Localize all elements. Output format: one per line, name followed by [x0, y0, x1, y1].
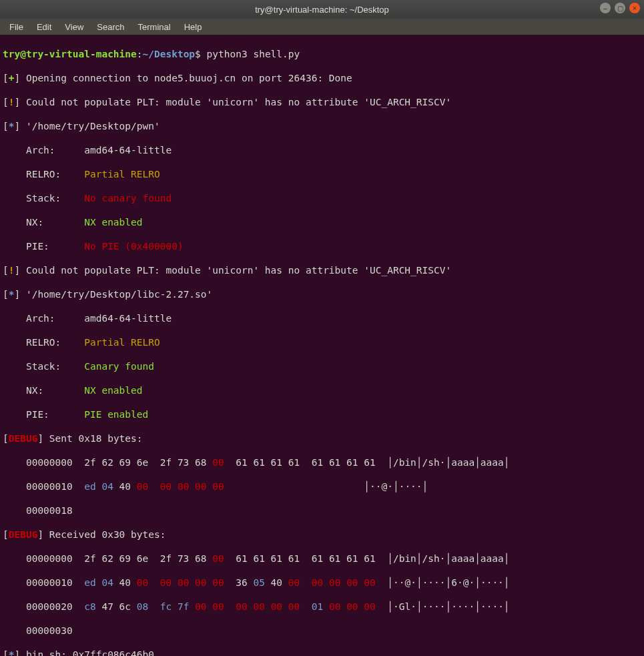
window-title: try@try-virtual-machine: ~/Desktop — [255, 5, 389, 15]
menu-help[interactable]: Help — [179, 21, 208, 33]
output-line: [*] '/home/try/Desktop/pwn' — [3, 120, 641, 132]
command-text: python3 shell.py — [207, 49, 300, 59]
maximize-icon[interactable]: ▢ — [615, 3, 625, 13]
hexdump-row: 00000030 — [3, 625, 641, 637]
output-line: [!] Could not populate PLT: module 'unic… — [3, 96, 641, 108]
hexdump-row: 00000020 c8 47 6c 08 fc 7f 00 00 00 00 0… — [3, 601, 641, 613]
prompt-line: try@try-virtual-machine:~/Desktop$ pytho… — [3, 48, 641, 60]
debug-line: [DEBUG] Received 0x30 bytes: — [3, 529, 641, 541]
prompt-user: try@try-virtual-machine — [3, 49, 137, 59]
checksec-pie: PIE: PIE enabled — [3, 408, 641, 420]
window-titlebar: try@try-virtual-machine: ~/Desktop – ▢ × — [0, 0, 644, 19]
checksec-relro: RELRO: Partial RELRO — [3, 168, 641, 180]
checksec-pie: PIE: No PIE (0x400000) — [3, 240, 641, 252]
prompt-path: ~/Desktop — [143, 49, 196, 59]
hexdump-row: 00000000 2f 62 69 6e 2f 73 68 00 61 61 6… — [3, 456, 641, 468]
checksec-nx: NX: NX enabled — [3, 384, 641, 396]
output-line: [*] '/home/try/Desktop/libc-2.27.so' — [3, 288, 641, 300]
menu-terminal[interactable]: Terminal — [133, 21, 176, 33]
checksec-nx: NX: NX enabled — [3, 216, 641, 228]
output-line: [!] Could not populate PLT: module 'unic… — [3, 264, 641, 276]
hexdump-row: 00000010 ed 04 40 00 00 00 00 00 36 05 4… — [3, 577, 641, 589]
menu-file[interactable]: File — [4, 21, 29, 33]
menubar: File Edit View Search Terminal Help — [0, 19, 644, 35]
terminal-body[interactable]: try@try-virtual-machine:~/Desktop$ pytho… — [0, 35, 644, 656]
checksec-arch: Arch: amd64-64-little — [3, 312, 641, 324]
checksec-stack: Stack: Canary found — [3, 360, 641, 372]
hexdump-row: 00000010 ed 04 40 00 00 00 00 00 │··@·│·… — [3, 480, 641, 493]
debug-line: [DEBUG] Sent 0x18 bytes: — [3, 432, 641, 444]
close-icon[interactable]: × — [629, 3, 640, 13]
menu-view[interactable]: View — [59, 21, 89, 33]
checksec-arch: Arch: amd64-64-little — [3, 144, 641, 156]
output-line: [*] bin_sh: 0x7ffc086c46b0 — [3, 649, 641, 656]
checksec-stack: Stack: No canary found — [3, 192, 641, 204]
checksec-relro: RELRO: Partial RELRO — [3, 336, 641, 348]
output-line: [+] Opening connection to node5.buuoj.cn… — [3, 72, 641, 84]
window-buttons: – ▢ × — [600, 3, 640, 13]
minimize-icon[interactable]: – — [600, 3, 611, 13]
menu-search[interactable]: Search — [91, 21, 129, 33]
menu-edit[interactable]: Edit — [31, 21, 57, 33]
hexdump-row: 00000000 2f 62 69 6e 2f 73 68 00 61 61 6… — [3, 553, 641, 565]
hexdump-row: 00000018 — [3, 505, 641, 517]
